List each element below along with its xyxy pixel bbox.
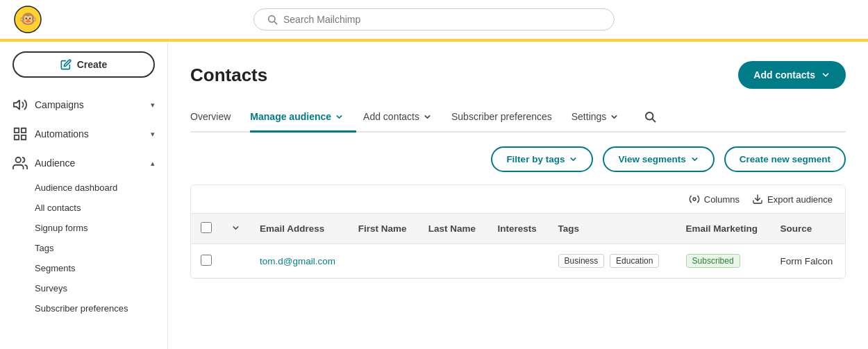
view-segments-chevron-icon <box>690 155 699 164</box>
tab-settings[interactable]: Settings <box>571 104 632 133</box>
svg-rect-8 <box>15 135 19 139</box>
table-header-row: Email Address First Name Last Name Inter… <box>191 214 845 244</box>
svg-point-9 <box>16 158 21 162</box>
main-content: Contacts Add contacts Overview Manage au… <box>168 42 868 349</box>
actions-row: Filter by tags View segments Create new … <box>190 146 846 172</box>
sidebar-item-subscriber-preferences[interactable]: Subscriber preferences <box>35 298 167 318</box>
export-audience-button[interactable]: Export audience <box>752 194 833 205</box>
logo: 🐵 <box>14 6 42 33</box>
email-marketing-header: Email Marketing <box>676 214 771 244</box>
sidebar-item-signup-forms[interactable]: Signup forms <box>35 218 167 238</box>
row-checkbox[interactable] <box>201 255 212 266</box>
svg-rect-5 <box>15 128 19 133</box>
search-contacts-icon[interactable] <box>644 110 656 126</box>
svg-line-11 <box>653 119 656 121</box>
page-title: Contacts <box>190 65 267 86</box>
tab-manage-audience[interactable]: Manage audience <box>250 104 356 133</box>
create-button[interactable]: Create <box>12 51 155 78</box>
filter-by-tags-button[interactable]: Filter by tags <box>491 146 593 172</box>
select-all-checkbox[interactable] <box>201 222 212 233</box>
source-header: Source <box>771 214 845 244</box>
svg-text:🐵: 🐵 <box>19 10 37 27</box>
table-toolbar: Columns Export audience <box>191 185 845 214</box>
svg-rect-6 <box>22 128 26 133</box>
filter-chevron-icon <box>569 155 578 164</box>
interests-header: Interests <box>487 214 548 244</box>
sidebar-item-automations[interactable]: Automations ▾ <box>0 119 167 148</box>
lastname-cell <box>419 244 488 278</box>
audience-subitems: Audience dashboard All contacts Signup f… <box>0 178 167 318</box>
interests-cell <box>487 244 548 278</box>
automations-label: Automations <box>35 128 144 139</box>
select-all-header[interactable] <box>191 214 222 244</box>
sidebar-item-audience[interactable]: Audience ▴ <box>0 148 167 178</box>
expand-chevron-icon <box>231 223 240 232</box>
pencil-icon <box>60 59 72 70</box>
tags-cell: Business Education <box>549 244 676 278</box>
row-expand-header <box>222 214 250 244</box>
sidebar-item-surveys[interactable]: Surveys <box>35 278 167 298</box>
audience-label: Audience <box>35 158 144 169</box>
contacts-table: Email Address First Name Last Name Inter… <box>191 214 845 278</box>
create-label: Create <box>77 59 108 70</box>
add-contacts-button[interactable]: Add contacts <box>738 61 846 89</box>
automations-icon <box>12 126 28 142</box>
tab-overview[interactable]: Overview <box>190 104 243 133</box>
svg-line-3 <box>274 22 277 24</box>
sidebar-item-segments[interactable]: Segments <box>35 258 167 278</box>
search-icon <box>267 14 278 25</box>
email-marketing-cell: Subscribed <box>676 244 771 278</box>
campaigns-chevron: ▾ <box>151 101 155 110</box>
columns-button[interactable]: Columns <box>689 194 740 205</box>
table-row: tom.d@gmail.com Business Education Subsc… <box>191 244 845 278</box>
create-new-segment-button[interactable]: Create new segment <box>724 146 846 172</box>
firstname-header: First Name <box>349 214 419 244</box>
manage-audience-chevron-icon <box>335 112 344 121</box>
sidebar-item-tags[interactable]: Tags <box>35 238 167 258</box>
email-link[interactable]: tom.d@gmail.com <box>260 256 335 266</box>
columns-icon <box>689 194 700 205</box>
svg-marker-4 <box>14 101 19 110</box>
email-cell: tom.d@gmail.com <box>250 244 349 278</box>
top-bar: 🐵 <box>0 0 868 42</box>
tab-subscriber-preferences[interactable]: Subscriber preferences <box>451 104 565 133</box>
firstname-cell <box>349 244 419 278</box>
svg-point-12 <box>693 198 696 201</box>
campaigns-icon <box>12 97 28 112</box>
add-contacts-chevron-icon <box>423 112 432 121</box>
view-segments-button[interactable]: View segments <box>603 146 714 172</box>
sidebar-item-audience-dashboard[interactable]: Audience dashboard <box>35 178 167 198</box>
source-cell: Form Falcon <box>771 244 845 278</box>
tab-add-contacts[interactable]: Add contacts <box>363 104 444 133</box>
audience-icon <box>12 155 28 171</box>
chevron-down-icon <box>821 70 831 80</box>
svg-rect-7 <box>22 135 26 139</box>
campaigns-label: Campaigns <box>35 99 144 110</box>
search-bar[interactable] <box>253 8 615 31</box>
row-expand-cell <box>222 244 250 278</box>
subscribed-badge: Subscribed <box>686 254 740 268</box>
tag-education: Education <box>610 254 659 268</box>
tab-bar: Overview Manage audience Add contacts Su… <box>190 104 846 133</box>
tags-header: Tags <box>549 214 676 244</box>
page-header: Contacts Add contacts <box>190 61 846 89</box>
settings-chevron-icon <box>610 112 619 121</box>
contacts-table-container: Columns Export audience <box>190 185 846 279</box>
automations-chevron: ▾ <box>151 130 155 139</box>
export-icon <box>752 194 763 205</box>
email-header: Email Address <box>250 214 349 244</box>
row-checkbox-cell[interactable] <box>191 244 222 278</box>
search-input[interactable] <box>283 14 601 25</box>
lastname-header: Last Name <box>419 214 488 244</box>
audience-chevron: ▴ <box>151 159 155 168</box>
tag-business: Business <box>558 254 605 268</box>
sidebar-item-all-contacts[interactable]: All contacts <box>35 198 167 218</box>
sidebar: Create Campaigns ▾ Automations ▾ Audienc… <box>0 42 168 349</box>
sidebar-item-campaigns[interactable]: Campaigns ▾ <box>0 90 167 119</box>
